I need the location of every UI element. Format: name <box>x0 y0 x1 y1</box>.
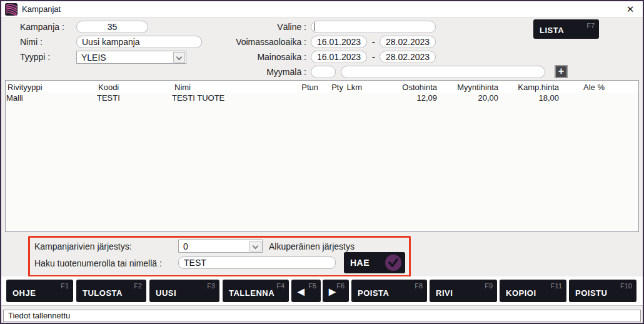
valine-field[interactable] <box>311 21 436 33</box>
ohje-button-label: OHJE <box>13 288 36 298</box>
cell-ostohinta: 12,09 <box>375 93 437 103</box>
store-name-field[interactable] <box>341 66 545 78</box>
next-record-button[interactable]: ▶ F6 <box>323 280 349 302</box>
window-title: Kampanjat <box>22 4 61 14</box>
col-header-myyntihinta: Myyntihinta <box>436 83 498 92</box>
poistu-fkey-label: F10 <box>620 282 632 290</box>
cell-rivityyppi: Malli <box>6 93 23 103</box>
chevron-down-icon[interactable] <box>173 52 185 63</box>
tulosta-button-label: TULOSTA <box>83 288 123 298</box>
cell-ale <box>562 93 605 103</box>
mainos-from-field[interactable] <box>311 51 367 63</box>
order-select[interactable]: 0 <box>178 240 263 253</box>
tulosta-fkey-label: F2 <box>134 282 142 290</box>
previous-fkey-label: F5 <box>308 282 316 290</box>
uusi-button[interactable]: UUSI F3 <box>149 280 219 302</box>
col-header-rivityyppi: Rivityyppi <box>8 83 43 92</box>
status-bar: Tiedot tallennettu <box>1 305 643 323</box>
close-icon[interactable]: ✕ <box>624 3 636 16</box>
voimassaoloaika-label: Voimassaoloaika : <box>214 36 306 48</box>
product-search-input[interactable] <box>178 256 336 269</box>
cell-ptun <box>281 93 318 103</box>
arrow-left-icon: ◀ <box>298 286 304 296</box>
date-range-separator: - <box>372 52 375 62</box>
cell-koodi: TESTI <box>97 93 120 103</box>
app-window: Kampanjat ✕ Kampanja : Nimi : Tyyppi : Y… <box>0 0 644 324</box>
lista-button-label: LISTA <box>540 26 564 35</box>
uusi-fkey-label: F3 <box>207 282 215 290</box>
campaign-rows-table: Rivityyppi Koodi Nimi Ptun Pty Lkm Ostoh… <box>5 80 639 232</box>
order-description: Alkuperäinen järjestys <box>269 240 355 253</box>
kopioi-fkey-label: F11 <box>551 282 562 290</box>
poistu-button[interactable]: POISTU F10 <box>569 280 636 302</box>
col-header-ale: Ale % <box>562 83 605 92</box>
add-store-button[interactable]: + <box>555 65 568 78</box>
order-label: Kampanjarivien järjestys: <box>34 240 132 253</box>
kopioi-button[interactable]: KOPIOI F11 <box>500 280 566 302</box>
poista-button-label: POISTA <box>358 288 389 298</box>
uusi-button-label: UUSI <box>156 288 176 298</box>
col-header-lkm: Lkm <box>340 83 362 92</box>
mainos-to-field[interactable] <box>380 51 436 63</box>
date-range-separator: - <box>372 37 375 47</box>
lista-fkey-label: F7 <box>586 22 595 29</box>
campaign-form: Kampanja : Nimi : Tyyppi : YLEIS Väline … <box>1 18 643 80</box>
rivi-fkey-label: F9 <box>485 282 493 290</box>
chevron-down-icon[interactable] <box>249 241 261 251</box>
app-logo-icon <box>5 3 18 16</box>
highlight-rectangle: Kampanjarivien järjestys: 0 Alkuperäinen… <box>28 236 411 277</box>
kopioi-button-label: KOPIOI <box>506 288 536 298</box>
col-header-ptun: Ptun <box>281 83 318 92</box>
tallenna-fkey-label: F4 <box>276 282 284 290</box>
tyyppi-label: Tyyppi : <box>20 51 50 63</box>
ohje-fkey-label: F1 <box>61 282 69 290</box>
rivi-button[interactable]: RIVI F9 <box>430 280 497 302</box>
next-fkey-label: F6 <box>336 282 345 290</box>
title-bar[interactable]: Kampanjat ✕ <box>1 1 643 18</box>
hae-button-label: HAE <box>350 258 370 268</box>
store-code-field[interactable] <box>311 66 336 78</box>
campaign-rows-area: Rivityyppi Koodi Nimi Ptun Pty Lkm Ostoh… <box>1 80 643 233</box>
previous-record-button[interactable]: ◀ F5 <box>291 280 321 302</box>
search-order-section: Kampanjarivien järjestys: 0 Alkuperäinen… <box>1 233 643 276</box>
poista-button[interactable]: POISTA F8 <box>351 280 427 302</box>
tallenna-button-label: TALLENNA <box>229 288 274 298</box>
campaign-type-select[interactable]: YLEIS <box>76 51 186 64</box>
hae-button[interactable]: HAE <box>344 252 405 273</box>
mainosaika-label: Mainosaika : <box>214 51 306 63</box>
ohje-button[interactable]: OHJE F1 <box>6 280 73 302</box>
text-cursor <box>314 23 314 31</box>
cell-lkm <box>340 93 362 103</box>
col-header-kamphinta: Kamp.hinta <box>496 83 559 92</box>
table-row[interactable]: Malli TESTI TESTI TUOTE 12,09 20,00 18,0… <box>6 93 638 103</box>
cell-myyntihinta: 20,00 <box>436 93 498 103</box>
cell-nimi: TESTI TUOTE <box>172 93 224 103</box>
campaign-name-field[interactable] <box>76 36 202 48</box>
lista-button[interactable]: LISTA F7 <box>533 19 599 39</box>
poistu-button-label: POISTU <box>575 288 607 298</box>
myymala-label: Myymälä : <box>214 66 306 78</box>
rivi-button-label: RIVI <box>436 288 453 298</box>
order-select-value: 0 <box>183 241 188 252</box>
function-key-toolbar: OHJE F1 TULOSTA F2 UUSI F3 TALLENNA F4 ◀… <box>1 276 643 305</box>
search-label: Haku tuotenumerolla tai nimellä : <box>34 257 162 270</box>
col-header-nimi: Nimi <box>174 83 191 92</box>
kampanja-number-field[interactable] <box>76 21 148 33</box>
tallenna-button[interactable]: TALLENNA F4 <box>223 280 289 302</box>
voimassa-from-field[interactable] <box>311 36 367 48</box>
nimi-label: Nimi : <box>20 36 43 48</box>
campaign-type-value: YLEIS <box>81 52 106 63</box>
voimassa-to-field[interactable] <box>380 36 436 48</box>
arrow-right-icon: ▶ <box>329 286 336 296</box>
kampanja-label: Kampanja : <box>20 21 64 33</box>
status-message: Tiedot tallennettu <box>3 310 641 322</box>
col-header-koodi: Koodi <box>98 83 119 92</box>
checkmark-icon <box>385 254 402 271</box>
col-header-ostohinta: Ostohinta <box>375 83 437 92</box>
valine-label: Väline : <box>214 21 306 33</box>
poista-fkey-label: F8 <box>415 282 423 290</box>
cell-kamphinta: 18,00 <box>496 93 559 103</box>
tulosta-button[interactable]: TULOSTA F2 <box>76 280 146 302</box>
table-header-row: Rivityyppi Koodi Nimi Ptun Pty Lkm Ostoh… <box>6 81 638 93</box>
